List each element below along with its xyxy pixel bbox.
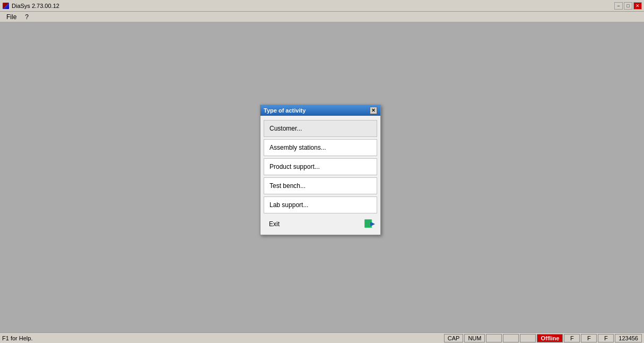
exit-row: Exit bbox=[264, 216, 377, 231]
dialog-close-button[interactable]: ✕ bbox=[370, 107, 377, 114]
empty-segment-1 bbox=[486, 334, 502, 342]
customer-button[interactable]: Customer... bbox=[264, 120, 377, 137]
menu-file[interactable]: File bbox=[2, 12, 21, 22]
minimize-button[interactable]: − bbox=[614, 2, 623, 10]
dialog-title: Type of activity bbox=[264, 107, 306, 114]
menu-bar: File ? bbox=[0, 12, 644, 22]
f-indicator-3: F bbox=[598, 334, 614, 342]
assembly-stations-button[interactable]: Assembly stations... bbox=[264, 139, 377, 156]
dialog-title-bar: Type of activity ✕ bbox=[260, 105, 380, 116]
title-bar: DiaSys 2.73.00.12 − □ ✕ bbox=[0, 0, 644, 12]
title-bar-buttons: − □ ✕ bbox=[614, 2, 642, 10]
status-right: CAP NUM Offline F F F 123456 bbox=[444, 334, 642, 342]
title-bar-left: DiaSys 2.73.00.12 bbox=[2, 2, 59, 10]
menu-help[interactable]: ? bbox=[21, 12, 33, 22]
test-bench-button[interactable]: Test bench... bbox=[264, 177, 377, 194]
lab-support-button[interactable]: Lab support... bbox=[264, 196, 377, 213]
cap-indicator: CAP bbox=[444, 334, 464, 342]
restore-button[interactable]: □ bbox=[624, 2, 632, 10]
num-indicator: NUM bbox=[464, 334, 485, 342]
empty-segment-2 bbox=[503, 334, 519, 342]
main-content: Type of activity ✕ Customer... Assembly … bbox=[0, 22, 644, 332]
exit-icon bbox=[363, 218, 376, 230]
number-display: 123456 bbox=[615, 334, 642, 342]
dialog-body: Customer... Assembly stations... Product… bbox=[260, 116, 380, 235]
empty-segment-3 bbox=[520, 334, 536, 342]
type-of-activity-dialog: Type of activity ✕ Customer... Assembly … bbox=[260, 105, 381, 235]
exit-button[interactable]: Exit bbox=[265, 218, 284, 230]
title-text: DiaSys 2.73.00.12 bbox=[12, 3, 59, 9]
product-support-button[interactable]: Product support... bbox=[264, 158, 377, 175]
app-icon bbox=[2, 2, 10, 10]
status-bar: F1 for Help. CAP NUM Offline F F F 12345… bbox=[0, 332, 644, 343]
close-button[interactable]: ✕ bbox=[633, 2, 642, 10]
help-text: F1 for Help. bbox=[2, 335, 32, 341]
offline-indicator: Offline bbox=[537, 334, 563, 342]
f-indicator-1: F bbox=[564, 334, 580, 342]
svg-rect-3 bbox=[370, 222, 372, 226]
f-indicator-2: F bbox=[581, 334, 597, 342]
